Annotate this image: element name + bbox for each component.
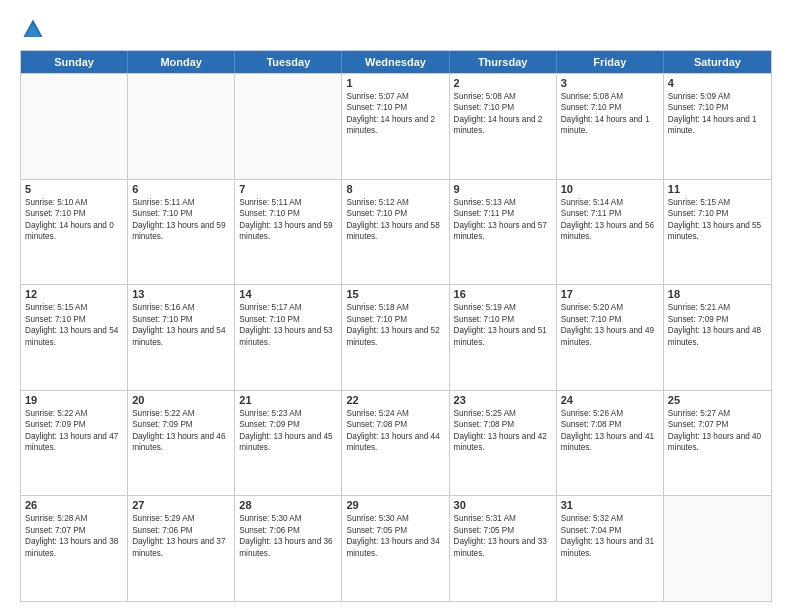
calendar-cell xyxy=(21,74,128,179)
cell-info: Sunrise: 5:28 AM Sunset: 7:07 PM Dayligh… xyxy=(25,513,123,559)
calendar-cell: 20Sunrise: 5:22 AM Sunset: 7:09 PM Dayli… xyxy=(128,391,235,496)
day-number: 22 xyxy=(346,394,444,406)
calendar-header: SundayMondayTuesdayWednesdayThursdayFrid… xyxy=(21,51,771,73)
calendar-cell: 13Sunrise: 5:16 AM Sunset: 7:10 PM Dayli… xyxy=(128,285,235,390)
day-number: 17 xyxy=(561,288,659,300)
weekday-header: Sunday xyxy=(21,51,128,73)
cell-info: Sunrise: 5:23 AM Sunset: 7:09 PM Dayligh… xyxy=(239,408,337,454)
day-number: 13 xyxy=(132,288,230,300)
weekday-header: Monday xyxy=(128,51,235,73)
calendar-cell: 1Sunrise: 5:07 AM Sunset: 7:10 PM Daylig… xyxy=(342,74,449,179)
day-number: 2 xyxy=(454,77,552,89)
weekday-header: Tuesday xyxy=(235,51,342,73)
day-number: 21 xyxy=(239,394,337,406)
weekday-header: Wednesday xyxy=(342,51,449,73)
day-number: 9 xyxy=(454,183,552,195)
day-number: 6 xyxy=(132,183,230,195)
day-number: 18 xyxy=(668,288,767,300)
day-number: 25 xyxy=(668,394,767,406)
cell-info: Sunrise: 5:11 AM Sunset: 7:10 PM Dayligh… xyxy=(132,197,230,243)
calendar-row: 5Sunrise: 5:10 AM Sunset: 7:10 PM Daylig… xyxy=(21,179,771,285)
calendar-cell: 8Sunrise: 5:12 AM Sunset: 7:10 PM Daylig… xyxy=(342,180,449,285)
calendar-cell: 7Sunrise: 5:11 AM Sunset: 7:10 PM Daylig… xyxy=(235,180,342,285)
weekday-header: Friday xyxy=(557,51,664,73)
calendar-cell: 25Sunrise: 5:27 AM Sunset: 7:07 PM Dayli… xyxy=(664,391,771,496)
day-number: 19 xyxy=(25,394,123,406)
cell-info: Sunrise: 5:30 AM Sunset: 7:06 PM Dayligh… xyxy=(239,513,337,559)
cell-info: Sunrise: 5:07 AM Sunset: 7:10 PM Dayligh… xyxy=(346,91,444,137)
calendar-cell: 12Sunrise: 5:15 AM Sunset: 7:10 PM Dayli… xyxy=(21,285,128,390)
calendar-cell: 14Sunrise: 5:17 AM Sunset: 7:10 PM Dayli… xyxy=(235,285,342,390)
cell-info: Sunrise: 5:20 AM Sunset: 7:10 PM Dayligh… xyxy=(561,302,659,348)
day-number: 23 xyxy=(454,394,552,406)
weekday-header: Thursday xyxy=(450,51,557,73)
calendar-row: 19Sunrise: 5:22 AM Sunset: 7:09 PM Dayli… xyxy=(21,390,771,496)
calendar-cell: 2Sunrise: 5:08 AM Sunset: 7:10 PM Daylig… xyxy=(450,74,557,179)
cell-info: Sunrise: 5:15 AM Sunset: 7:10 PM Dayligh… xyxy=(668,197,767,243)
cell-info: Sunrise: 5:31 AM Sunset: 7:05 PM Dayligh… xyxy=(454,513,552,559)
day-number: 30 xyxy=(454,499,552,511)
weekday-header: Saturday xyxy=(664,51,771,73)
cell-info: Sunrise: 5:09 AM Sunset: 7:10 PM Dayligh… xyxy=(668,91,767,137)
cell-info: Sunrise: 5:10 AM Sunset: 7:10 PM Dayligh… xyxy=(25,197,123,243)
day-number: 7 xyxy=(239,183,337,195)
cell-info: Sunrise: 5:11 AM Sunset: 7:10 PM Dayligh… xyxy=(239,197,337,243)
day-number: 20 xyxy=(132,394,230,406)
calendar-row: 1Sunrise: 5:07 AM Sunset: 7:10 PM Daylig… xyxy=(21,73,771,179)
day-number: 10 xyxy=(561,183,659,195)
logo xyxy=(20,18,44,40)
day-number: 27 xyxy=(132,499,230,511)
calendar-cell xyxy=(235,74,342,179)
cell-info: Sunrise: 5:15 AM Sunset: 7:10 PM Dayligh… xyxy=(25,302,123,348)
cell-info: Sunrise: 5:29 AM Sunset: 7:06 PM Dayligh… xyxy=(132,513,230,559)
calendar-cell: 4Sunrise: 5:09 AM Sunset: 7:10 PM Daylig… xyxy=(664,74,771,179)
day-number: 29 xyxy=(346,499,444,511)
calendar-cell: 19Sunrise: 5:22 AM Sunset: 7:09 PM Dayli… xyxy=(21,391,128,496)
calendar-cell xyxy=(128,74,235,179)
page: SundayMondayTuesdayWednesdayThursdayFrid… xyxy=(0,0,792,612)
day-number: 24 xyxy=(561,394,659,406)
cell-info: Sunrise: 5:30 AM Sunset: 7:05 PM Dayligh… xyxy=(346,513,444,559)
cell-info: Sunrise: 5:25 AM Sunset: 7:08 PM Dayligh… xyxy=(454,408,552,454)
calendar-cell: 11Sunrise: 5:15 AM Sunset: 7:10 PM Dayli… xyxy=(664,180,771,285)
calendar-cell: 22Sunrise: 5:24 AM Sunset: 7:08 PM Dayli… xyxy=(342,391,449,496)
calendar-cell: 23Sunrise: 5:25 AM Sunset: 7:08 PM Dayli… xyxy=(450,391,557,496)
day-number: 3 xyxy=(561,77,659,89)
calendar-row: 26Sunrise: 5:28 AM Sunset: 7:07 PM Dayli… xyxy=(21,495,771,601)
cell-info: Sunrise: 5:16 AM Sunset: 7:10 PM Dayligh… xyxy=(132,302,230,348)
day-number: 14 xyxy=(239,288,337,300)
day-number: 11 xyxy=(668,183,767,195)
day-number: 12 xyxy=(25,288,123,300)
calendar-cell: 21Sunrise: 5:23 AM Sunset: 7:09 PM Dayli… xyxy=(235,391,342,496)
calendar-cell: 17Sunrise: 5:20 AM Sunset: 7:10 PM Dayli… xyxy=(557,285,664,390)
day-number: 31 xyxy=(561,499,659,511)
calendar-cell: 31Sunrise: 5:32 AM Sunset: 7:04 PM Dayli… xyxy=(557,496,664,601)
cell-info: Sunrise: 5:12 AM Sunset: 7:10 PM Dayligh… xyxy=(346,197,444,243)
cell-info: Sunrise: 5:13 AM Sunset: 7:11 PM Dayligh… xyxy=(454,197,552,243)
cell-info: Sunrise: 5:24 AM Sunset: 7:08 PM Dayligh… xyxy=(346,408,444,454)
logo-icon xyxy=(22,18,44,40)
calendar-cell: 10Sunrise: 5:14 AM Sunset: 7:11 PM Dayli… xyxy=(557,180,664,285)
day-number: 8 xyxy=(346,183,444,195)
calendar-cell: 30Sunrise: 5:31 AM Sunset: 7:05 PM Dayli… xyxy=(450,496,557,601)
cell-info: Sunrise: 5:21 AM Sunset: 7:09 PM Dayligh… xyxy=(668,302,767,348)
calendar-body: 1Sunrise: 5:07 AM Sunset: 7:10 PM Daylig… xyxy=(21,73,771,601)
calendar-cell xyxy=(664,496,771,601)
calendar-cell: 24Sunrise: 5:26 AM Sunset: 7:08 PM Dayli… xyxy=(557,391,664,496)
cell-info: Sunrise: 5:27 AM Sunset: 7:07 PM Dayligh… xyxy=(668,408,767,454)
day-number: 5 xyxy=(25,183,123,195)
header xyxy=(20,18,772,40)
calendar-cell: 6Sunrise: 5:11 AM Sunset: 7:10 PM Daylig… xyxy=(128,180,235,285)
calendar-cell: 9Sunrise: 5:13 AM Sunset: 7:11 PM Daylig… xyxy=(450,180,557,285)
calendar-cell: 27Sunrise: 5:29 AM Sunset: 7:06 PM Dayli… xyxy=(128,496,235,601)
calendar-cell: 29Sunrise: 5:30 AM Sunset: 7:05 PM Dayli… xyxy=(342,496,449,601)
calendar-cell: 26Sunrise: 5:28 AM Sunset: 7:07 PM Dayli… xyxy=(21,496,128,601)
day-number: 28 xyxy=(239,499,337,511)
cell-info: Sunrise: 5:32 AM Sunset: 7:04 PM Dayligh… xyxy=(561,513,659,559)
cell-info: Sunrise: 5:17 AM Sunset: 7:10 PM Dayligh… xyxy=(239,302,337,348)
cell-info: Sunrise: 5:08 AM Sunset: 7:10 PM Dayligh… xyxy=(561,91,659,137)
cell-info: Sunrise: 5:22 AM Sunset: 7:09 PM Dayligh… xyxy=(25,408,123,454)
day-number: 15 xyxy=(346,288,444,300)
day-number: 1 xyxy=(346,77,444,89)
calendar-cell: 16Sunrise: 5:19 AM Sunset: 7:10 PM Dayli… xyxy=(450,285,557,390)
